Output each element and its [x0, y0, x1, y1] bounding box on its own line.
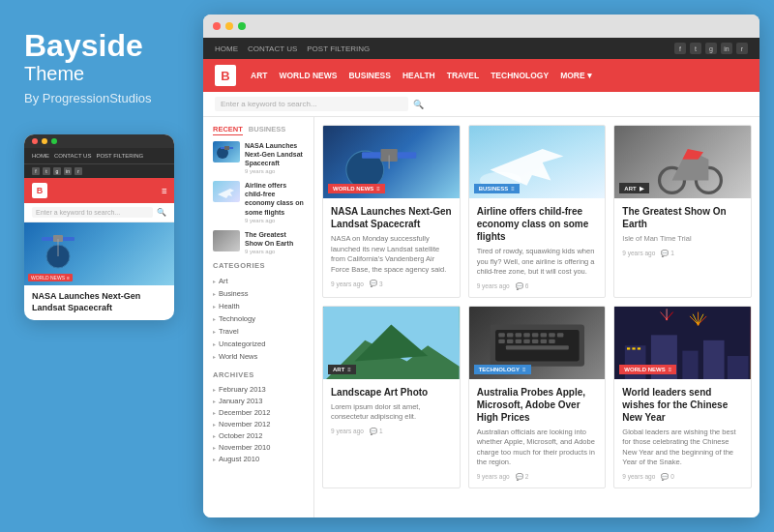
sidebar-tab-business[interactable]: BUSINESS — [249, 125, 285, 135]
article-card-nasa[interactable]: WORLD NEWS NASA Launches Next-Gen Landsa… — [322, 125, 461, 298]
article-time-chinese-new-year: 9 years ago — [622, 473, 655, 480]
article-content-landscape: Landscape Art Photo Lorem ipsum dolor si… — [323, 379, 460, 442]
site-logo[interactable]: B — [215, 65, 236, 86]
archive-dec-2012[interactable]: December 2012 — [213, 407, 304, 419]
mobile-facebook-icon: f — [32, 167, 40, 175]
archive-feb-2013[interactable]: February 2013 — [213, 384, 304, 396]
svg-rect-30 — [498, 339, 504, 342]
sidebar-post-info-2: Airline offers child-free economy class … — [245, 181, 304, 222]
comment-icon-greatest: 💬 — [661, 250, 669, 257]
nav-contact[interactable]: CONTACT US — [248, 44, 297, 53]
browser-dot-red[interactable] — [213, 22, 221, 30]
list-item: Airline offers child-free economy class … — [213, 181, 304, 222]
mobile-nav-post[interactable]: POST FILTERING — [96, 153, 143, 159]
article-card-australia[interactable]: TECHNOLOGY Australia Probes Apple, Micro… — [468, 306, 607, 488]
mobile-hamburger-icon[interactable]: ☰ — [162, 188, 166, 194]
mobile-nav-home[interactable]: HOME — [32, 153, 49, 159]
comment-count-flights: 6 — [525, 282, 529, 289]
site-menu: ART WORLD NEWS BUSINESS HEALTH TRAVEL TE… — [251, 71, 592, 80]
svg-rect-26 — [532, 333, 538, 337]
article-comments-nasa: 💬 3 — [370, 280, 383, 287]
archive-aug-2010[interactable]: August 2010 — [213, 454, 304, 465]
menu-business[interactable]: BUSINESS — [348, 71, 390, 80]
svg-rect-36 — [549, 339, 554, 342]
article-tag-label-australia: TECHNOLOGY — [479, 367, 520, 372]
svg-rect-35 — [540, 339, 546, 342]
sidebar-tab-recent[interactable]: RECENT — [213, 125, 243, 135]
cat-art[interactable]: Art — [213, 275, 304, 287]
cat-business[interactable]: Business — [213, 287, 304, 300]
article-tag-list-icon-australia — [522, 367, 526, 372]
site-search-bar: Enter a keyword to search... 🔍 — [203, 92, 759, 117]
list-item: The Greatest Show On Earth 9 years ago — [213, 230, 304, 254]
browser-dot-yellow[interactable] — [225, 22, 233, 30]
nav-twitter-icon[interactable]: t — [690, 43, 701, 54]
mobile-search-icon[interactable]: 🔍 — [157, 208, 166, 217]
site-search-icon[interactable]: 🔍 — [413, 100, 424, 109]
site-search-input[interactable]: Enter a keyword to search... — [215, 97, 408, 111]
article-meta-australia: 9 years ago 💬 2 — [477, 473, 598, 481]
article-meta-landscape: 9 years ago 💬 1 — [331, 428, 452, 435]
sidebar-post-nasa-svg — [213, 141, 240, 163]
nav-rss-icon[interactable]: r — [736, 43, 748, 54]
svg-rect-31 — [507, 339, 513, 342]
mobile-nav-contact[interactable]: CONTACT US — [54, 153, 91, 159]
article-img-greatest-show: ART — [614, 126, 751, 198]
mobile-site-header: B ☰ — [24, 178, 174, 203]
article-card-greatest-show[interactable]: ART The Greatest Show On Earth Isle of M… — [613, 125, 752, 298]
browser-dot-green[interactable] — [238, 22, 246, 30]
article-content-australia: Australia Probes Apple, Microsoft, Adobe… — [469, 379, 606, 488]
article-title-greatest: The Greatest Show On Earth — [622, 205, 743, 230]
menu-travel[interactable]: TRAVEL — [447, 71, 479, 80]
comment-icon-flights: 💬 — [516, 282, 523, 290]
archive-nov-2010[interactable]: November 2010 — [213, 442, 304, 454]
svg-rect-44 — [627, 347, 630, 349]
sidebar-post-title-3: The Greatest Show On Earth — [245, 230, 304, 248]
mobile-logo: B — [32, 183, 47, 198]
article-card-landscape[interactable]: ART Landscape Art Photo Lorem ipsum dolo… — [322, 306, 461, 488]
article-tag-landscape: ART — [328, 365, 356, 374]
nav-post-filtering[interactable]: POST FILTERING — [307, 44, 370, 53]
mobile-search-input[interactable]: Enter a keyword to search... — [32, 207, 153, 218]
mobile-tag-label: WORLD NEWS — [31, 275, 65, 281]
article-subtitle-greatest: Isle of Man Time Trial — [622, 234, 743, 245]
menu-technology[interactable]: TECHNOLOGY — [491, 71, 549, 80]
article-tag-greatest: ART — [619, 183, 648, 193]
archive-nov-2012[interactable]: November 2012 — [213, 419, 304, 430]
article-excerpt-australia: Australian officials are looking into wh… — [477, 428, 598, 468]
article-time-greatest: 9 years ago — [622, 250, 655, 256]
nav-facebook-icon[interactable]: f — [674, 43, 686, 54]
article-img-nasa: WORLD NEWS — [323, 126, 460, 198]
article-time-australia: 9 years ago — [477, 473, 510, 480]
article-comments-greatest: 💬 1 — [661, 250, 674, 257]
article-img-flights: BUSINESS — [469, 126, 606, 198]
svg-rect-3 — [63, 237, 74, 241]
comment-icon-landscape: 💬 — [370, 428, 377, 435]
sidebar-post-title-2: Airline offers child-free economy class … — [245, 181, 304, 216]
article-excerpt-chinese-new-year: Global leaders are wishing the best for … — [622, 428, 743, 468]
cat-travel[interactable]: Travel — [213, 325, 304, 338]
archive-jan-2013[interactable]: January 2013 — [213, 396, 304, 407]
cat-technology[interactable]: Technology — [213, 312, 304, 325]
cat-uncategorized[interactable]: Uncategorized — [213, 338, 304, 350]
cat-health[interactable]: Health — [213, 300, 304, 312]
mobile-social-4-icon: in — [64, 167, 72, 175]
menu-more[interactable]: MORE ▾ — [560, 71, 592, 80]
archive-oct-2012[interactable]: October 2012 — [213, 430, 304, 442]
mobile-tag-list-icon — [67, 275, 70, 281]
mobile-featured-image: WORLD NEWS — [24, 222, 174, 285]
nav-google-icon[interactable]: g — [705, 43, 717, 54]
menu-art[interactable]: ART — [251, 71, 267, 80]
article-card-chinese-new-year[interactable]: WORLD NEWS World leaders send wishes for… — [613, 306, 752, 488]
article-card-flights[interactable]: BUSINESS Airline offers child-free econo… — [468, 125, 607, 298]
sidebar-categories: CATEGORIES Art Business Health Technolog… — [213, 261, 304, 363]
article-comments-australia: 💬 2 — [516, 473, 529, 481]
cat-world-news[interactable]: World News — [213, 350, 304, 363]
svg-rect-41 — [683, 350, 699, 378]
menu-world-news[interactable]: WORLD NEWS — [279, 71, 337, 80]
nav-linkedin-icon[interactable]: in — [721, 43, 732, 54]
brand-subtitle: Theme — [24, 63, 179, 85]
menu-health[interactable]: HEALTH — [402, 71, 435, 80]
nav-home[interactable]: HOME — [215, 44, 238, 53]
mobile-social-5-icon: r — [74, 167, 82, 175]
